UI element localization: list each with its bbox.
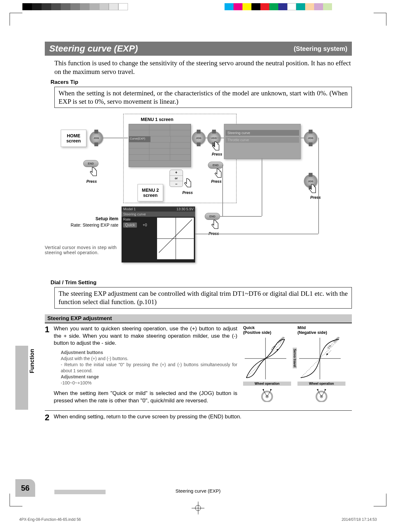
step-1b: When the setting item "Quick or mild" is… [45, 390, 237, 405]
setup-item-label: Setup item [45, 216, 118, 221]
step1b-text: When the setting item "Quick or mild" is… [54, 390, 237, 404]
press-label: Press [211, 179, 222, 184]
curve-exp-menu-item: Curve(EXP) [129, 136, 151, 142]
hand-pointer-icon [88, 166, 98, 179]
clock-voltage: 13:30 5.9V [177, 207, 194, 211]
source-file: 4PX-Eng-08-Function-46-65.indd 56 [19, 517, 81, 522]
jog-icon: JOG [90, 131, 103, 145]
wheel-icon [257, 388, 277, 402]
racers-tip-label: Racers Tip [51, 79, 352, 85]
dial-trim-label: Dial / Trim Setting [51, 279, 352, 286]
page-title: Steering curve (EXP) [49, 44, 138, 54]
press-label: Press [212, 152, 222, 157]
page-subtitle: (Steering system) [294, 45, 347, 52]
mild-sublabel: (Negative side) [297, 330, 345, 335]
step1-text: When you want to quicken steering operat… [54, 326, 237, 346]
svg-marker-9 [326, 353, 328, 355]
servo-travel-label: Servo travel [293, 348, 297, 368]
end-button-icon: END [208, 162, 223, 169]
menu1-label: MENU 1 screen [141, 117, 173, 122]
wheel-op-label: Wheel operation [297, 382, 345, 386]
steering-curve-row: Steering curve [226, 130, 299, 136]
step-2: 2 When ending setting, return to the cur… [45, 413, 352, 421]
svg-marker-5 [262, 389, 264, 391]
minus-label: − [170, 181, 183, 187]
plus-minus-button-icon: + or − [170, 170, 183, 187]
footer-title: Steering curve (EXP) [176, 488, 221, 494]
step2-text: When ending setting, return to the curve… [54, 414, 242, 420]
quick-badge: Quick [123, 222, 137, 228]
wheel-icon [312, 388, 331, 402]
or-label: or [170, 176, 183, 181]
dial-trim-box: The steering EXP adjustment can be contr… [54, 287, 352, 309]
curve-diagrams: Quick (Positive side) +1% ~ +100% [243, 325, 352, 407]
menu2-screen-box: MENU 2 screen [138, 184, 163, 201]
minus-range-label: -1% ~ -100% [326, 336, 340, 350]
svg-marker-13 [325, 389, 326, 391]
step-number: 2 [45, 412, 49, 423]
jog-icon: JOG [192, 131, 205, 145]
rate-value: +0 [143, 223, 147, 227]
step-number: 1 [45, 324, 49, 335]
print-footer: 4PX-Eng-08-Function-46-65.indd 56 2014/0… [19, 517, 377, 522]
timestamp: 2014/07/18 17:14:53 [342, 517, 377, 522]
mild-curve-chart: -1% ~ -100% [297, 336, 342, 381]
cursor-note: Vertical cursor moves in step with steer… [45, 245, 122, 255]
navigation-diagram: MENU 1 screen HOME screen JOG Curve(EXP)… [45, 110, 352, 277]
step-1: 1 When you want to quicken steering oper… [45, 325, 237, 347]
wheel-op-label: Wheel operation [243, 382, 291, 386]
footer-bar [54, 490, 106, 494]
divider [45, 410, 352, 411]
hand-pointer-icon [210, 219, 220, 232]
mild-label: Mild [297, 325, 345, 330]
crop-mark [374, 13, 386, 26]
racers-tip-box: When the setting is not determined, or t… [54, 87, 352, 108]
svg-marker-6 [270, 389, 272, 391]
quick-label: Quick [243, 325, 291, 330]
setup-screen-thumb: Model 1 13:30 5.9V Steering curve Rate Q… [122, 206, 195, 262]
adjustment-header: Steering EXP adjustment [45, 314, 352, 323]
quick-curve-chart: +1% ~ +100% [243, 336, 288, 381]
intro-text: This function is used to change the sens… [54, 59, 352, 77]
crop-mark [10, 13, 22, 26]
end-button-icon: END [83, 160, 99, 167]
page-number: 56 [15, 479, 35, 497]
quick-sublabel: (Positive side) [243, 330, 291, 335]
throttle-curve-row: Throttle curve [226, 137, 299, 143]
home-screen-box: HOME screen [61, 130, 86, 147]
hand-pointer-icon [210, 141, 221, 154]
model-name: Model 1 [123, 207, 136, 211]
press-label: Press [182, 190, 193, 195]
setup-item-sub: Rate: Steering EXP rate [45, 222, 118, 228]
side-tab-label: Function [29, 349, 36, 373]
hand-pointer-icon [182, 178, 193, 190]
side-tab [15, 346, 28, 410]
press-label: Press [310, 195, 321, 200]
section-title-bar: Steering curve (EXP) (Steering system) [45, 42, 352, 56]
setup-subtitle: Steering curve [122, 212, 195, 217]
registration-mark [192, 502, 204, 514]
plus-label: + [170, 170, 183, 176]
setup-graph [157, 218, 194, 259]
crop-mark [374, 494, 386, 506]
jog-icon: JOG [304, 131, 317, 145]
menu2-label: MENU 2 screen [142, 188, 159, 198]
hand-pointer-icon [213, 168, 223, 181]
press-label: Press [86, 179, 97, 184]
end-button-icon: END [205, 213, 220, 220]
hand-pointer-icon [307, 183, 317, 196]
adjustment-buttons-note: Adjustment buttons Adjust with the (+) a… [61, 350, 237, 386]
menu1-screen-thumb: Curve(EXP) [129, 124, 191, 167]
home-screen-label: HOME screen [66, 133, 81, 143]
printer-color-bars [0, 3, 396, 13]
curve-menu-thumb: Steering curve Throttle curve [224, 124, 301, 159]
svg-marker-12 [317, 389, 318, 391]
